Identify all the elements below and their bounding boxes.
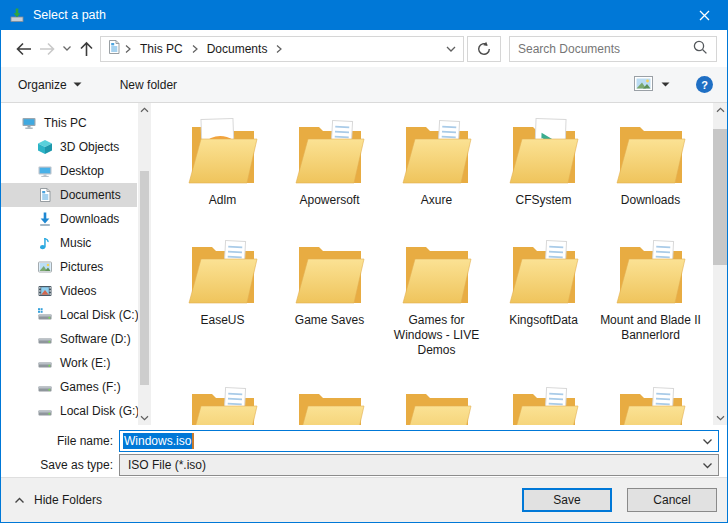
folder-adlm[interactable]: eAdlm — [169, 113, 276, 233]
folder-label: Games for Windows - LIVE Demos — [385, 313, 489, 358]
folder-icon — [188, 380, 258, 425]
sidebar-item-pictures[interactable]: Pictures — [1, 255, 137, 279]
folder-label: Apowersoft — [299, 193, 359, 208]
new-folder-label: New folder — [120, 78, 177, 92]
folder-icon — [295, 233, 365, 312]
refresh-button[interactable] — [467, 36, 501, 62]
document-icon — [37, 187, 53, 203]
breadcrumb-item-this-pc[interactable]: This PC — [134, 37, 189, 61]
file-name-label: File name: — [1, 434, 119, 448]
sidebar-item-local-disk-c[interactable]: Local Disk (C:) — [1, 303, 137, 327]
scroll-down-icon[interactable] — [138, 411, 151, 425]
sidebar-item-documents[interactable]: Documents — [1, 183, 137, 207]
folder-icon: e — [188, 113, 258, 192]
pc-icon — [21, 115, 37, 131]
sidebar-item-downloads[interactable]: Downloads — [1, 207, 137, 231]
scroll-up-icon[interactable] — [713, 103, 727, 117]
folder-icon: VCD — [509, 113, 579, 192]
save-as-type-select[interactable]: ISO File (*.iso) — [119, 454, 719, 476]
sidebar-item-games-f[interactable]: Games (F:) — [1, 375, 137, 399]
cube-icon — [37, 139, 53, 155]
forward-button[interactable] — [35, 36, 59, 62]
file-name-value: Windows.iso — [123, 433, 194, 449]
chevron-down-icon — [661, 82, 670, 87]
folder-icon — [295, 113, 365, 192]
sidebar-scrollbar[interactable] — [138, 103, 151, 425]
folder-item[interactable] — [490, 380, 597, 425]
sidebar-item-music[interactable]: Music — [1, 231, 137, 255]
file-list: eAdlmApowersoftAxureVCDCFSystemDownloads… — [151, 103, 727, 425]
back-button[interactable] — [11, 36, 35, 62]
download-icon — [37, 211, 53, 227]
folder-icon — [509, 380, 579, 425]
file-list-scrollbar[interactable] — [713, 103, 727, 425]
breadcrumb-chevron-icon[interactable] — [273, 44, 285, 54]
folder-downloads[interactable]: Downloads — [597, 113, 704, 233]
sidebar-item-label: Pictures — [60, 260, 103, 274]
folder-icon — [509, 233, 579, 312]
disk-icon — [37, 355, 53, 371]
folder-axure[interactable]: Axure — [383, 113, 490, 233]
organize-button[interactable]: Organize — [18, 78, 82, 92]
folder-icon — [402, 113, 472, 192]
folder-mount-and-blade-ii-bannerlord[interactable]: Mount and Blade II Bannerlord — [597, 233, 704, 380]
recent-locations-button[interactable] — [59, 36, 74, 62]
close-button[interactable] — [681, 0, 727, 30]
folder-label: CFSystem — [515, 193, 571, 208]
hide-folders-button[interactable]: Hide Folders — [14, 493, 102, 507]
sidebar-item-label: Documents — [60, 188, 121, 202]
change-view-button[interactable] — [634, 76, 670, 94]
folder-item[interactable] — [597, 380, 704, 425]
up-button[interactable] — [74, 36, 98, 62]
breadcrumb-item-documents[interactable]: Documents — [201, 37, 274, 61]
sidebar-item-3d-objects[interactable]: 3D Objects — [1, 135, 137, 159]
disk-icon — [37, 403, 53, 419]
folder-item[interactable] — [383, 380, 490, 425]
folder-icon — [188, 233, 258, 312]
filename-section: File name: Windows.iso Save as type: ISO… — [1, 425, 727, 477]
hide-folders-label: Hide Folders — [34, 493, 102, 507]
folder-games-for-windows-live-demos[interactable]: Games for Windows - LIVE Demos — [383, 233, 490, 380]
sidebar-item-desktop[interactable]: Desktop — [1, 159, 137, 183]
breadcrumb-chevron-icon[interactable] — [189, 44, 201, 54]
sidebar-item-this-pc[interactable]: This PC — [1, 111, 137, 135]
help-button[interactable]: ? — [696, 76, 713, 93]
folder-game-saves[interactable]: Game Saves — [276, 233, 383, 380]
command-bar: Organize New folder ? — [1, 67, 727, 103]
scroll-down-icon[interactable] — [713, 411, 727, 425]
folder-easeus[interactable]: EaseUS — [169, 233, 276, 380]
sidebar-item-label: Work (E:) — [60, 356, 110, 370]
title-bar: Select a path — [1, 0, 727, 30]
save-dialog-window: Select a path This PCDocuments — [0, 0, 728, 523]
dialog-content: This PC3D ObjectsDesktopDocumentsDownloa… — [1, 103, 727, 425]
folder-kingsoftdata[interactable]: KingsoftData — [490, 233, 597, 380]
new-folder-button[interactable]: New folder — [120, 78, 177, 92]
sidebar-item-videos[interactable]: Videos — [1, 279, 137, 303]
sidebar-scrollbar-thumb[interactable] — [140, 171, 149, 385]
scroll-up-icon[interactable] — [138, 103, 151, 117]
save-as-type-label: Save as type: — [1, 458, 119, 472]
folder-apowersoft[interactable]: Apowersoft — [276, 113, 383, 233]
folder-item[interactable] — [276, 380, 383, 425]
folder-icon — [402, 233, 472, 312]
folder-item[interactable] — [169, 380, 276, 425]
folder-cfsystem[interactable]: VCDCFSystem — [490, 113, 597, 233]
save-as-type-dropdown-icon[interactable] — [697, 456, 717, 474]
cancel-button[interactable]: Cancel — [627, 488, 717, 512]
file-name-dropdown-icon[interactable] — [697, 432, 717, 450]
disk-os-icon — [37, 307, 53, 323]
sidebar-item-local-disk-g[interactable]: Local Disk (G:) — [1, 399, 137, 423]
address-dropdown-button[interactable] — [439, 37, 463, 61]
sidebar-item-work-e[interactable]: Work (E:) — [1, 351, 137, 375]
folder-icon — [295, 380, 365, 425]
organize-label: Organize — [18, 78, 67, 92]
sidebar-item-software-d[interactable]: Software (D:) — [1, 327, 137, 351]
video-icon — [37, 283, 53, 299]
file-list-scrollbar-thumb[interactable] — [713, 129, 727, 265]
save-button[interactable]: Save — [522, 488, 612, 512]
search-input[interactable]: Search Documents — [509, 36, 717, 62]
breadcrumb-chevron-icon[interactable] — [122, 44, 134, 54]
folder-icon — [402, 380, 472, 425]
file-name-input[interactable]: Windows.iso — [119, 430, 719, 452]
search-icon[interactable] — [692, 39, 708, 58]
